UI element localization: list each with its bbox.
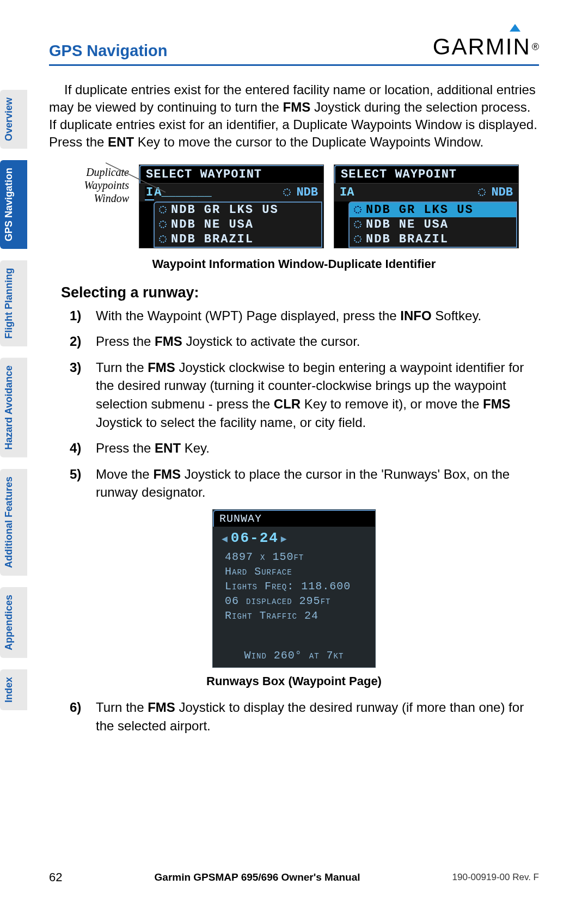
runway-wind: Wind 260° at 7kt: [213, 623, 375, 667]
wp-item: NDB NE USA: [155, 217, 321, 232]
wp-type-label: NDB: [296, 186, 318, 199]
wp-input-text: A_______: [154, 186, 212, 199]
garmin-triangle-icon: [510, 24, 520, 32]
arrow-left-icon: ◀: [219, 534, 231, 545]
runway-box: RUNWAY ◀06-24▶ 4897 x 150ft Hard Surface…: [212, 509, 376, 668]
wp-item: NDB GR LKS US: [155, 203, 321, 217]
sidebar-tabs: Overview GPS Navigation Flight Planning …: [0, 90, 27, 710]
waypoint-window-right: SELECT WAYPOINT IA NDB NDB GR LKS US NDB…: [334, 164, 519, 248]
ndb-icon: [354, 206, 362, 213]
wp-input-value: IA: [340, 186, 354, 199]
wp-title: SELECT WAYPOINT: [334, 165, 518, 184]
wp-item-text: NDB GR LKS US: [171, 203, 279, 217]
arrow-right-icon: ▶: [279, 534, 290, 545]
runway-lights: Lights Freq: 118.600: [213, 579, 375, 594]
intro-text-3: Key to move the cursor to the Duplicate …: [134, 135, 483, 149]
doc-revision: 190-00919-00 Rev. F: [452, 872, 539, 883]
ndb-symbol-icon: [478, 188, 486, 196]
sidebar-tab-additional-features[interactable]: Additional Features: [0, 469, 27, 576]
wp-item-text: NDB GR LKS US: [366, 203, 474, 217]
sidebar-tab-index[interactable]: Index: [0, 669, 27, 710]
runway-id: 06-24: [231, 530, 279, 546]
figure-caption-1: Waypoint Information Window-Duplicate Id…: [49, 257, 539, 271]
step-text: Turn the FMS Joystick clockwise to begin…: [96, 358, 539, 431]
step-number: 6): [70, 698, 88, 735]
sidebar-tab-flight-planning[interactable]: Flight Planning: [0, 260, 27, 346]
fms-bold: FMS: [283, 100, 311, 114]
sidebar-tab-hazard-avoidance[interactable]: Hazard Avoidance: [0, 358, 27, 457]
ndb-icon: [159, 206, 167, 213]
step-text: Press the FMS Joystick to activate the c…: [96, 332, 360, 351]
intro-paragraph: If duplicate entries exist for the enter…: [49, 81, 539, 151]
wp-input-row: IA_______ NDB: [139, 184, 323, 202]
steps-list: 1) With the Waypoint (WPT) Page displaye…: [70, 307, 539, 502]
page-number: 62: [49, 870, 62, 884]
step-2: 2) Press the FMS Joystick to activate th…: [70, 332, 539, 351]
wp-type-label: NDB: [491, 186, 513, 199]
wp-item: NDB BRAZIL: [350, 232, 516, 247]
figure-caption-2: Runways Box (Waypoint Page): [49, 674, 539, 688]
steps-list-cont: 6) Turn the FMS Joystick to display the …: [70, 698, 539, 735]
step-5: 5) Move the FMS Joystick to place the cu…: [70, 465, 539, 502]
waypoint-window-left: SELECT WAYPOINT IA_______ NDB NDB GR LKS…: [139, 164, 324, 248]
step-number: 3): [70, 358, 88, 431]
page-content: If duplicate entries exist for the enter…: [0, 66, 588, 735]
step-number: 1): [70, 307, 88, 325]
garmin-logo: GARMIN®: [433, 34, 539, 60]
step-number: 4): [70, 439, 88, 457]
runway-traffic: Right Traffic 24: [213, 608, 375, 623]
runway-dimensions: 4897 x 150ft: [213, 550, 375, 564]
subheading-selecting-runway: Selecting a runway:: [61, 284, 539, 301]
ndb-symbol-icon: [283, 188, 291, 196]
wp-item-text: NDB NE USA: [366, 218, 449, 231]
page-footer: 62 Garmin GPSMAP 695/696 Owner's Manual …: [49, 870, 539, 884]
step-number: 2): [70, 332, 88, 351]
wp-item: NDB BRAZIL: [155, 232, 321, 247]
ndb-icon: [354, 235, 362, 243]
callout-line-3: Window: [69, 192, 129, 205]
section-title: GPS Navigation: [49, 42, 168, 60]
step-text: Press the ENT Key.: [96, 439, 210, 457]
wp-dup-list: NDB GR LKS US NDB NE USA NDB BRAZIL: [348, 202, 517, 248]
step-3: 3) Turn the FMS Joystick clockwise to be…: [70, 358, 539, 431]
wp-item: NDB NE USA: [350, 217, 516, 232]
wp-title: SELECT WAYPOINT: [139, 165, 323, 184]
wp-item-text: NDB BRAZIL: [171, 233, 254, 246]
wp-input-row: IA NDB: [334, 184, 518, 202]
garmin-logo-text: GARMIN: [433, 34, 531, 60]
sidebar-tab-gps-navigation[interactable]: GPS Navigation: [0, 160, 27, 249]
sidebar-tab-overview[interactable]: Overview: [0, 90, 27, 149]
step-text: With the Waypoint (WPT) Page displayed, …: [96, 307, 481, 325]
runway-displaced: 06 displaced 295ft: [213, 594, 375, 608]
callout-line-1: Duplicate: [69, 166, 129, 179]
step-6: 6) Turn the FMS Joystick to display the …: [70, 698, 539, 735]
ndb-icon: [159, 221, 167, 228]
runway-box-title: RUNWAY: [213, 510, 375, 527]
step-1: 1) With the Waypoint (WPT) Page displaye…: [70, 307, 539, 325]
step-4: 4) Press the ENT Key.: [70, 439, 539, 457]
figure-row-waypoints: Duplicate Waypoints Window SELECT WAYPOI…: [49, 164, 539, 248]
page-header: GPS Navigation GARMIN®: [49, 0, 539, 66]
step-text: Turn the FMS Joystick to display the des…: [96, 698, 539, 735]
callout-line-2: Waypoints: [69, 179, 129, 192]
callout-label: Duplicate Waypoints Window: [69, 164, 129, 205]
wp-input-cursor: I: [145, 186, 154, 200]
runway-surface: Hard Surface: [213, 564, 375, 579]
wp-item-text: NDB BRAZIL: [366, 233, 449, 246]
sidebar-tab-appendices[interactable]: Appendices: [0, 587, 27, 658]
manual-title: Garmin GPSMAP 695/696 Owner's Manual: [155, 871, 360, 883]
ndb-icon: [354, 221, 362, 228]
wp-item-selected: NDB GR LKS US: [350, 203, 516, 217]
wp-item-text: NDB NE USA: [171, 218, 254, 231]
runway-selector: ◀06-24▶: [213, 527, 375, 550]
step-number: 5): [70, 465, 88, 502]
ent-bold: ENT: [108, 135, 134, 149]
step-text: Move the FMS Joystick to place the curso…: [96, 465, 539, 502]
ndb-icon: [159, 235, 167, 243]
wp-dup-list: NDB GR LKS US NDB NE USA NDB BRAZIL: [154, 202, 322, 248]
registered-mark: ®: [532, 41, 539, 53]
